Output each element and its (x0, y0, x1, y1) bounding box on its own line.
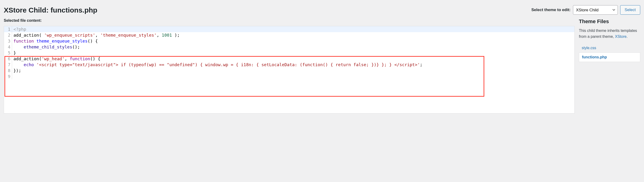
line-number: 5 (4, 50, 12, 56)
code-text[interactable]: function theme_enqueue_styles() { (12, 38, 574, 44)
code-line[interactable]: 3function theme_enqueue_styles() { (4, 38, 574, 44)
inherit-prefix: This child theme inherits templates from… (579, 29, 637, 39)
parent-theme-link[interactable]: XStore (615, 35, 626, 39)
code-text[interactable]: etheme_child_styles(); (12, 44, 574, 50)
inherit-suffix: . (626, 35, 628, 39)
inherit-blurb: This child theme inherits templates from… (579, 28, 640, 40)
theme-select-group: Select theme to edit: XStore Child Selec… (531, 5, 640, 15)
line-number: 8 (4, 68, 12, 74)
code-text[interactable]: <?php (12, 26, 574, 32)
code-line[interactable]: 5} (4, 50, 574, 56)
line-number: 3 (4, 38, 12, 44)
code-text[interactable]: add_action('wp_head', function() { (12, 56, 574, 62)
code-line[interactable]: 4 etheme_child_styles(); (4, 44, 574, 50)
code-line[interactable]: 2add_action( 'wp_enqueue_scripts', 'them… (4, 32, 574, 38)
selected-file-content-label: Selected file content: (4, 19, 575, 23)
line-number: 6 (4, 56, 12, 62)
line-number: 2 (4, 32, 12, 38)
select-button[interactable]: Select (620, 5, 640, 15)
code-editor[interactable]: 1<?php2add_action( 'wp_enqueue_scripts',… (4, 26, 575, 113)
code-line[interactable]: 1<?php (4, 26, 574, 32)
theme-select[interactable]: XStore Child (573, 5, 618, 15)
code-text[interactable]: add_action( 'wp_enqueue_scripts', 'theme… (12, 32, 574, 38)
line-number: 7 (4, 62, 12, 68)
code-text[interactable]: } (12, 50, 574, 56)
theme-select-label: Select theme to edit: (531, 8, 570, 12)
code-line[interactable]: 8}); (4, 68, 574, 74)
code-line[interactable]: 6add_action('wp_head', function() { (4, 56, 574, 62)
file-list: style.cssfunctions.php (579, 44, 640, 62)
line-number: 1 (4, 26, 12, 32)
file-item[interactable]: style.css (579, 44, 640, 52)
code-text[interactable]: echo '<script type="text/javascript"> if… (12, 62, 574, 68)
code-line[interactable]: 7 echo '<script type="text/javascript"> … (4, 62, 574, 68)
theme-files-heading: Theme Files (579, 19, 640, 25)
code-line[interactable]: 9 (4, 74, 574, 79)
page-title: XStore Child: functions.php (4, 4, 98, 16)
file-item-current[interactable]: functions.php (579, 53, 640, 62)
line-number: 4 (4, 44, 12, 50)
line-number: 9 (4, 74, 12, 79)
code-text[interactable]: }); (12, 68, 574, 74)
